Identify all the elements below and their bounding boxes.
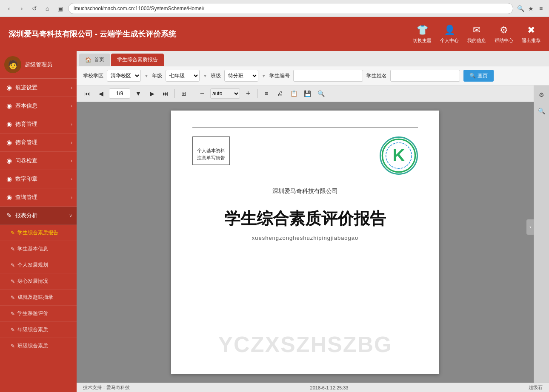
sidebar-item-reports[interactable]: ✎ 报表分析 ∨ [0, 207, 77, 225]
last-page-btn[interactable]: ⏭ [160, 88, 171, 99]
sidebar-item-basic[interactable]: ◉ 基本信息 › [0, 97, 77, 115]
browser-bookmark-icon[interactable]: ★ [527, 5, 535, 12]
sidebar-sub-mental[interactable]: ✎ 身心发展情况 [0, 273, 77, 290]
home-tab-icon: 🏠 [85, 57, 92, 63]
sidebar-query-label: 查询管理 [15, 193, 37, 201]
separator-2 [193, 89, 193, 98]
chevron-right-icon-3: › [71, 122, 72, 127]
sidebar: 🧑 超级管理员 ◉ 痕迹设置 › ◉ 基本信息 › ◉ 德育管理 › ◉ 德育管… [0, 51, 77, 392]
browser-refresh[interactable]: ↺ [30, 4, 39, 13]
field5-label: 学生姓名 [366, 72, 387, 80]
grade-select[interactable]: 七年级 [166, 70, 200, 82]
field3-label: 班级 [211, 72, 221, 80]
header-logout-btn[interactable]: ✖ 退出推荐 [522, 25, 540, 44]
student-name-input[interactable] [390, 70, 460, 82]
copy-btn[interactable]: 📋 [288, 88, 299, 99]
app-header: 深圳爱马奇科技有限公司 - 云端学生成长评价系统 👕 切换主题 👤 个人中心 ✉… [0, 17, 549, 51]
sidebar-sub-class[interactable]: ✎ 班级综合素质 [0, 338, 77, 354]
sidebar-item-survey[interactable]: ◉ 问卷检查 › [0, 152, 77, 170]
doc-company-name: 深圳爱马奇科技有限公司 [272, 187, 338, 195]
print-btn[interactable]: 🖨 [274, 88, 286, 99]
chevron-right-icon-2: › [71, 103, 72, 108]
basic-sub-icon: ✎ [11, 246, 15, 252]
search-button[interactable]: 🔍 查页 [463, 70, 494, 82]
fit-page-btn[interactable]: ⊞ [178, 88, 189, 99]
list-view-btn[interactable]: ≡ [261, 88, 272, 99]
sidebar-sub-personal-plan[interactable]: ✎ 个人发展规划 [0, 257, 77, 273]
panel-settings-btn[interactable]: ⚙ [536, 89, 548, 101]
document-scroll[interactable]: 个人基本资料 注意单写街告 K [77, 102, 534, 383]
student-id-input[interactable] [293, 70, 363, 82]
status-bar: 技术支持：爱马奇科技 2018-6-1 12:25:33 超级石 [77, 383, 549, 392]
school-district-select[interactable]: 清华校区 [107, 70, 141, 82]
doc-header-row: 个人基本资料 注意单写街告 K [192, 136, 418, 175]
tab-report[interactable]: 学生综合素质报告 [111, 54, 164, 66]
doc-subtitle: xueshengzongheshuzhipingjiabaogao [252, 235, 359, 241]
chevron-down-icon: ∨ [69, 213, 72, 219]
sidebar-sub-comprehensive-report[interactable]: ✎ 学生综合素质报告 [0, 225, 77, 241]
sidebar-sub-basic-info[interactable]: ✎ 学生基本信息 [0, 241, 77, 257]
page-input[interactable]: 1/9 [109, 88, 130, 99]
sidebar-item-moral[interactable]: ◉ 德育管理 › [0, 115, 77, 134]
search-btn-label: 查页 [478, 72, 488, 80]
sidebar-sub-label-2: 个人发展规划 [17, 261, 48, 269]
header-theme-btn[interactable]: 👕 切换主题 [413, 25, 432, 44]
sidebar-moral-label: 德育管理 [15, 120, 37, 128]
sidebar-item-query[interactable]: ◉ 查询管理 › [0, 188, 77, 207]
url-bar[interactable] [68, 3, 513, 14]
sidebar-item-stamp[interactable]: ◉ 数字印章 › [0, 170, 77, 188]
achieve-sub-icon: ✎ [11, 295, 15, 301]
svg-text:K: K [392, 145, 405, 165]
field1-label: 学校学区 [83, 72, 103, 80]
trace-icon: ◉ [6, 84, 12, 91]
save-btn[interactable]: 💾 [302, 88, 313, 99]
course-sub-icon: ✎ [11, 311, 15, 317]
company-logo-svg: K [381, 138, 417, 173]
zoom-out-btn[interactable]: − [197, 88, 208, 99]
next-page-btn[interactable]: ▶ [146, 88, 157, 99]
prev-page-btn[interactable]: ◀ [95, 88, 106, 99]
sidebar-sub-course[interactable]: ✎ 学生课题评价 [0, 306, 77, 322]
plan-sub-icon: ✎ [11, 262, 15, 268]
sidebar-sub-grade[interactable]: ✎ 年级综合素质 [0, 322, 77, 338]
first-page-btn[interactable]: ⏮ [82, 88, 93, 99]
message-label: 我的信息 [467, 37, 486, 44]
header-message-btn[interactable]: ✉ 我的信息 [467, 25, 486, 44]
tab-home[interactable]: 🏠 首页 [79, 54, 110, 66]
find-btn[interactable]: 🔍 [315, 88, 326, 99]
header-profile-btn[interactable]: 👤 个人中心 [440, 25, 459, 44]
sidebar-item-moral2[interactable]: ◉ 德育管理 › [0, 134, 77, 152]
zoom-select[interactable]: auto 50% 75% 100% 125% 150% [210, 88, 240, 99]
logout-icon: ✖ [527, 25, 535, 36]
theme-label: 切换主题 [413, 37, 432, 44]
status-user: 超级石 [529, 384, 543, 391]
page-dropdown-btn[interactable]: ▼ [133, 88, 144, 99]
sidebar-reports-label: 报表分析 [15, 212, 37, 219]
doc-info-text: 个人基本资料 注意单写街告 [197, 148, 225, 161]
sidebar-sub-achievement[interactable]: ✎ 成就及趣味摘录 [0, 290, 77, 306]
browser-search-icon[interactable]: 🔍 [517, 5, 524, 12]
tab-report-label: 学生综合素质报告 [117, 56, 158, 63]
message-icon: ✉ [473, 25, 480, 36]
panel-search-btn[interactable]: 🔍 [536, 105, 548, 117]
browser-tab[interactable]: ▣ [55, 4, 65, 13]
browser-forward[interactable]: › [17, 4, 26, 13]
chevron-right-icon-4: › [71, 140, 72, 145]
class-select[interactable]: 待分班 [224, 70, 258, 82]
header-help-btn[interactable]: ⚙ 帮助中心 [495, 25, 513, 44]
browser-back[interactable]: ‹ [4, 4, 14, 13]
separator-1 [174, 89, 175, 98]
profile-icon: 👤 [444, 25, 455, 36]
sidebar-item-trace[interactable]: ◉ 痕迹设置 › [0, 79, 77, 97]
browser-menu-icon[interactable]: ≡ [537, 5, 545, 12]
panel-collapse-btn[interactable]: › [526, 219, 534, 235]
browser-home[interactable]: ⌂ [43, 4, 52, 13]
sidebar-sub-label-7: 班级综合素质 [17, 342, 48, 349]
field2-label: 年级 [152, 72, 162, 80]
theme-icon: 👕 [417, 25, 428, 36]
sidebar-sub-label-1: 学生基本信息 [17, 245, 48, 253]
tab-home-label: 首页 [94, 56, 104, 63]
zoom-in-btn[interactable]: + [243, 88, 254, 99]
viewer-toolbar: ⏮ ◀ 1/9 ▼ ▶ ⏭ ⊞ − auto 50% 75% 100% 1 [77, 85, 534, 102]
app-title: 深圳爱马奇科技有限公司 - 云端学生成长评价系统 [9, 29, 413, 39]
